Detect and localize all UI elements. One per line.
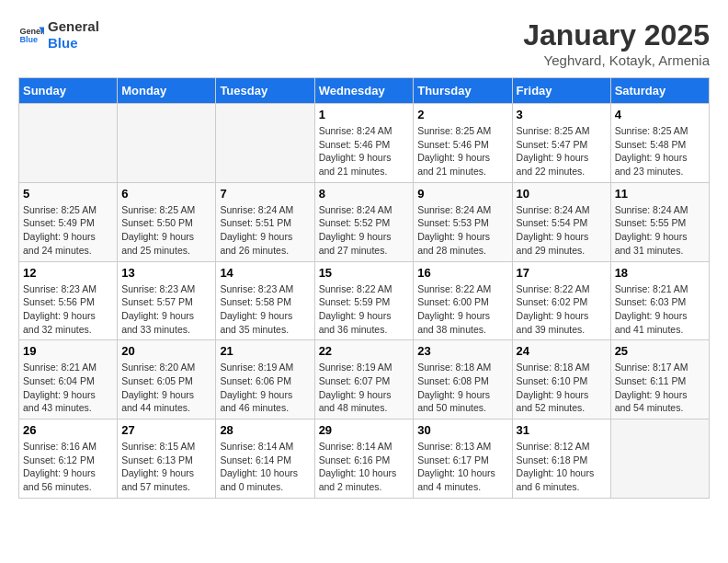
day-info: Sunrise: 8:25 AM Sunset: 5:46 PM Dayligh… <box>417 124 507 178</box>
day-number: 13 <box>121 266 211 280</box>
day-number: 9 <box>417 187 507 201</box>
header-monday: Monday <box>118 78 216 104</box>
day-info: Sunrise: 8:24 AM Sunset: 5:53 PM Dayligh… <box>417 203 507 258</box>
day-info: Sunrise: 8:21 AM Sunset: 6:03 PM Dayligh… <box>615 282 705 337</box>
svg-text:Blue: Blue <box>19 35 38 44</box>
day-cell: 4Sunrise: 8:25 AM Sunset: 5:48 PM Daylig… <box>610 104 709 183</box>
header-row: SundayMondayTuesdayWednesdayThursdayFrid… <box>19 78 710 104</box>
day-info: Sunrise: 8:19 AM Sunset: 6:07 PM Dayligh… <box>319 361 410 415</box>
day-cell: 9Sunrise: 8:24 AM Sunset: 5:53 PM Daylig… <box>414 182 512 261</box>
logo-line1: General <box>48 18 99 35</box>
day-number: 16 <box>417 266 507 280</box>
day-cell: 25Sunrise: 8:17 AM Sunset: 6:11 PM Dayli… <box>610 340 709 419</box>
day-cell: 10Sunrise: 8:24 AM Sunset: 5:54 PM Dayli… <box>512 182 610 261</box>
header-saturday: Saturday <box>610 78 709 104</box>
day-number: 17 <box>517 266 607 280</box>
day-info: Sunrise: 8:22 AM Sunset: 6:02 PM Dayligh… <box>517 282 607 337</box>
day-info: Sunrise: 8:18 AM Sunset: 6:10 PM Dayligh… <box>517 361 607 415</box>
logo-line2: Blue <box>48 35 99 52</box>
day-info: Sunrise: 8:14 AM Sunset: 6:16 PM Dayligh… <box>319 440 410 494</box>
day-cell: 15Sunrise: 8:22 AM Sunset: 5:59 PM Dayli… <box>314 261 414 340</box>
day-number: 1 <box>319 108 410 121</box>
day-info: Sunrise: 8:18 AM Sunset: 6:08 PM Dayligh… <box>417 361 507 415</box>
day-cell: 1Sunrise: 8:24 AM Sunset: 5:46 PM Daylig… <box>314 104 414 183</box>
day-number: 31 <box>517 423 607 437</box>
day-info: Sunrise: 8:23 AM Sunset: 5:57 PM Dayligh… <box>121 282 211 337</box>
day-number: 14 <box>220 266 310 280</box>
day-number: 6 <box>121 187 211 201</box>
day-number: 4 <box>615 108 705 121</box>
day-number: 18 <box>615 266 705 280</box>
day-cell <box>19 104 118 183</box>
day-cell: 18Sunrise: 8:21 AM Sunset: 6:03 PM Dayli… <box>610 261 709 340</box>
day-info: Sunrise: 8:20 AM Sunset: 6:05 PM Dayligh… <box>121 361 211 415</box>
day-cell: 16Sunrise: 8:22 AM Sunset: 6:00 PM Dayli… <box>414 261 512 340</box>
day-cell: 12Sunrise: 8:23 AM Sunset: 5:56 PM Dayli… <box>19 261 118 340</box>
day-number: 25 <box>615 344 705 358</box>
day-cell: 19Sunrise: 8:21 AM Sunset: 6:04 PM Dayli… <box>19 340 118 419</box>
day-cell: 8Sunrise: 8:24 AM Sunset: 5:52 PM Daylig… <box>314 182 414 261</box>
day-cell: 5Sunrise: 8:25 AM Sunset: 5:49 PM Daylig… <box>19 182 118 261</box>
day-number: 3 <box>517 108 607 121</box>
header-wednesday: Wednesday <box>314 78 414 104</box>
day-info: Sunrise: 8:22 AM Sunset: 6:00 PM Dayligh… <box>417 282 507 337</box>
calendar-title: January 2025 <box>523 18 710 52</box>
day-cell: 6Sunrise: 8:25 AM Sunset: 5:50 PM Daylig… <box>118 182 216 261</box>
day-info: Sunrise: 8:24 AM Sunset: 5:54 PM Dayligh… <box>517 203 607 258</box>
day-number: 22 <box>319 344 410 358</box>
day-info: Sunrise: 8:16 AM Sunset: 6:12 PM Dayligh… <box>23 440 113 494</box>
day-info: Sunrise: 8:24 AM Sunset: 5:51 PM Dayligh… <box>220 203 310 258</box>
day-info: Sunrise: 8:13 AM Sunset: 6:17 PM Dayligh… <box>417 440 507 494</box>
day-number: 15 <box>319 266 410 280</box>
day-info: Sunrise: 8:25 AM Sunset: 5:47 PM Dayligh… <box>517 124 607 178</box>
day-info: Sunrise: 8:12 AM Sunset: 6:18 PM Dayligh… <box>517 440 607 494</box>
day-cell: 26Sunrise: 8:16 AM Sunset: 6:12 PM Dayli… <box>19 419 118 499</box>
day-cell: 14Sunrise: 8:23 AM Sunset: 5:58 PM Dayli… <box>216 261 314 340</box>
day-number: 26 <box>23 423 113 437</box>
day-cell: 29Sunrise: 8:14 AM Sunset: 6:16 PM Dayli… <box>314 419 414 499</box>
day-cell: 2Sunrise: 8:25 AM Sunset: 5:46 PM Daylig… <box>414 104 512 183</box>
day-info: Sunrise: 8:24 AM Sunset: 5:55 PM Dayligh… <box>615 203 705 258</box>
day-cell <box>216 104 314 183</box>
header-thursday: Thursday <box>414 78 512 104</box>
day-info: Sunrise: 8:25 AM Sunset: 5:48 PM Dayligh… <box>615 124 705 178</box>
day-cell: 24Sunrise: 8:18 AM Sunset: 6:10 PM Dayli… <box>512 340 610 419</box>
day-cell: 11Sunrise: 8:24 AM Sunset: 5:55 PM Dayli… <box>610 182 709 261</box>
calendar-table: SundayMondayTuesdayWednesdayThursdayFrid… <box>18 77 710 499</box>
day-cell: 27Sunrise: 8:15 AM Sunset: 6:13 PM Dayli… <box>118 419 216 499</box>
day-number: 10 <box>517 187 607 201</box>
day-number: 19 <box>23 344 113 358</box>
day-number: 20 <box>121 344 211 358</box>
day-cell: 3Sunrise: 8:25 AM Sunset: 5:47 PM Daylig… <box>512 104 610 183</box>
day-info: Sunrise: 8:22 AM Sunset: 5:59 PM Dayligh… <box>319 282 410 337</box>
day-cell: 7Sunrise: 8:24 AM Sunset: 5:51 PM Daylig… <box>216 182 314 261</box>
day-number: 27 <box>121 423 211 437</box>
day-info: Sunrise: 8:17 AM Sunset: 6:11 PM Dayligh… <box>615 361 705 415</box>
header-tuesday: Tuesday <box>216 78 314 104</box>
week-row-2: 5Sunrise: 8:25 AM Sunset: 5:49 PM Daylig… <box>19 182 710 261</box>
calendar-subtitle: Yeghvard, Kotayk, Armenia <box>523 52 710 68</box>
day-cell: 31Sunrise: 8:12 AM Sunset: 6:18 PM Dayli… <box>512 419 610 499</box>
day-info: Sunrise: 8:25 AM Sunset: 5:49 PM Dayligh… <box>23 203 113 258</box>
day-info: Sunrise: 8:24 AM Sunset: 5:52 PM Dayligh… <box>319 203 410 258</box>
day-cell: 13Sunrise: 8:23 AM Sunset: 5:57 PM Dayli… <box>118 261 216 340</box>
logo: General Blue General Blue <box>18 18 99 52</box>
day-number: 28 <box>220 423 310 437</box>
day-number: 12 <box>23 266 113 280</box>
day-number: 30 <box>417 423 507 437</box>
day-cell: 21Sunrise: 8:19 AM Sunset: 6:06 PM Dayli… <box>216 340 314 419</box>
week-row-5: 26Sunrise: 8:16 AM Sunset: 6:12 PM Dayli… <box>19 419 710 499</box>
day-number: 11 <box>615 187 705 201</box>
day-number: 2 <box>417 108 507 121</box>
day-info: Sunrise: 8:14 AM Sunset: 6:14 PM Dayligh… <box>220 440 310 494</box>
day-number: 29 <box>319 423 410 437</box>
day-number: 24 <box>517 344 607 358</box>
day-cell: 28Sunrise: 8:14 AM Sunset: 6:14 PM Dayli… <box>216 419 314 499</box>
day-info: Sunrise: 8:19 AM Sunset: 6:06 PM Dayligh… <box>220 361 310 415</box>
week-row-3: 12Sunrise: 8:23 AM Sunset: 5:56 PM Dayli… <box>19 261 710 340</box>
day-info: Sunrise: 8:23 AM Sunset: 5:56 PM Dayligh… <box>23 282 113 337</box>
day-number: 5 <box>23 187 113 201</box>
day-cell <box>118 104 216 183</box>
day-cell: 20Sunrise: 8:20 AM Sunset: 6:05 PM Dayli… <box>118 340 216 419</box>
day-info: Sunrise: 8:23 AM Sunset: 5:58 PM Dayligh… <box>220 282 310 337</box>
